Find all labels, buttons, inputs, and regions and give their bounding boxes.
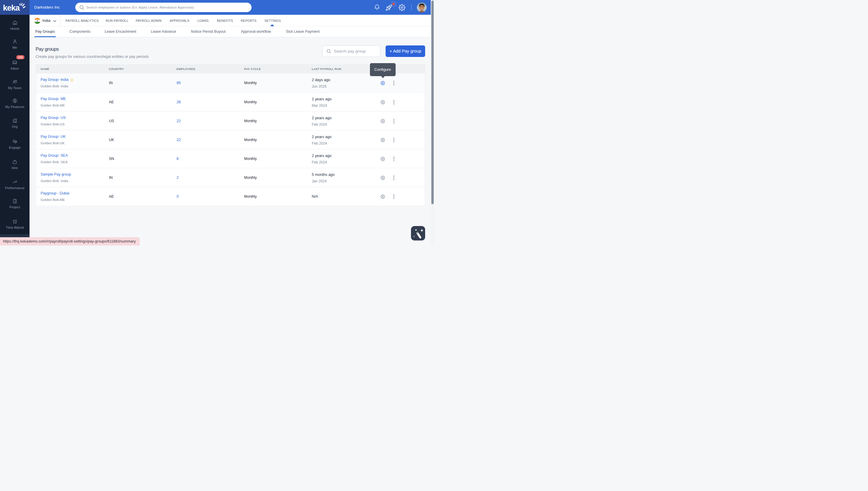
svg-text:keka: keka [3, 3, 20, 12]
